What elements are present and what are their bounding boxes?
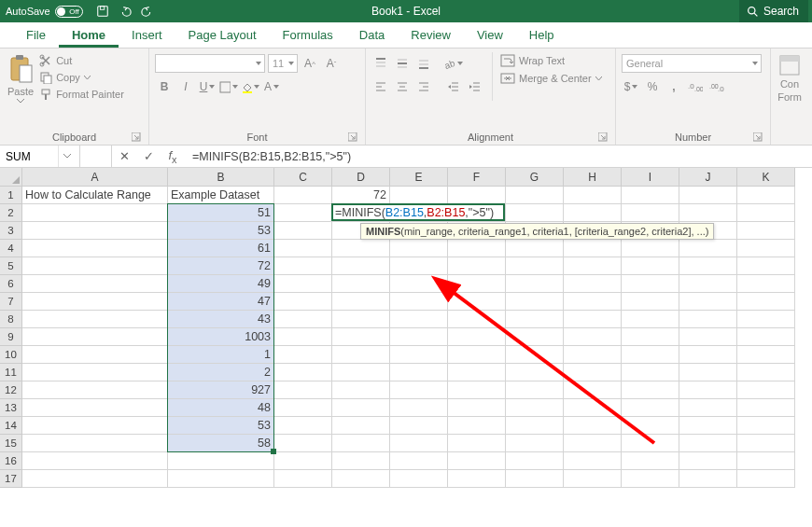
cell-I11[interactable] — [622, 364, 679, 381]
format-painter-button[interactable]: Format Painter — [39, 88, 124, 101]
cell-C10[interactable] — [274, 346, 332, 364]
cell-H4[interactable] — [564, 240, 622, 257]
cell-J11[interactable] — [679, 364, 737, 381]
tab-home[interactable]: Home — [59, 22, 119, 48]
cell-E7[interactable] — [390, 293, 448, 311]
cell-K17[interactable] — [737, 470, 795, 488]
column-header-F[interactable]: F — [448, 168, 506, 187]
cell-C5[interactable] — [274, 257, 332, 275]
merge-center-button[interactable]: Merge & Center — [500, 72, 602, 85]
cell-F8[interactable] — [448, 311, 506, 328]
cell-C17[interactable] — [274, 470, 332, 488]
tab-review[interactable]: Review — [398, 22, 464, 48]
cell-G12[interactable] — [506, 381, 564, 399]
cell-G17[interactable] — [506, 470, 564, 488]
borders-button[interactable] — [219, 77, 238, 96]
align-bottom-button[interactable] — [414, 54, 433, 73]
cell-J8[interactable] — [679, 311, 737, 328]
cell-E5[interactable] — [390, 257, 448, 275]
formula-bar-input[interactable]: =MINIFS(B2:B15,B2:B15,">5") — [185, 146, 812, 167]
cell-I17[interactable] — [622, 470, 679, 488]
tab-data[interactable]: Data — [346, 22, 398, 48]
cell-E14[interactable] — [390, 417, 448, 435]
cell-A14[interactable] — [22, 417, 168, 435]
cell-K12[interactable] — [737, 381, 795, 399]
cancel-button[interactable]: ✕ — [112, 149, 136, 163]
cell-D12[interactable] — [332, 381, 390, 399]
row-header-14[interactable]: 14 — [0, 417, 22, 435]
cell-B1[interactable]: Example Dataset — [168, 187, 274, 204]
copy-button[interactable]: Copy — [39, 71, 124, 84]
tab-view[interactable]: View — [464, 22, 516, 48]
column-header-D[interactable]: D — [332, 168, 390, 187]
tab-pagelayout[interactable]: Page Layout — [175, 22, 270, 48]
row-header-2[interactable]: 2 — [0, 204, 22, 222]
select-all-button[interactable] — [0, 168, 22, 187]
cell-H8[interactable] — [564, 311, 622, 328]
cell-K16[interactable] — [737, 452, 795, 470]
cell-K2[interactable] — [737, 204, 795, 222]
cell-C4[interactable] — [274, 240, 332, 257]
cell-H6[interactable] — [564, 275, 622, 293]
underline-button[interactable]: U — [198, 77, 217, 96]
column-header-B[interactable]: B — [168, 168, 274, 187]
cell-A11[interactable] — [22, 364, 168, 381]
cell-J12[interactable] — [679, 381, 737, 399]
cell-F11[interactable] — [448, 364, 506, 381]
cell-E6[interactable] — [390, 275, 448, 293]
cell-C6[interactable] — [274, 275, 332, 293]
cell-H7[interactable] — [564, 293, 622, 311]
cell-I2[interactable] — [622, 204, 679, 222]
cell-A12[interactable] — [22, 381, 168, 399]
save-icon[interactable] — [96, 5, 109, 18]
cell-F4[interactable] — [448, 240, 506, 257]
cell-D13[interactable] — [332, 399, 390, 417]
column-header-K[interactable]: K — [737, 168, 795, 187]
cell-A7[interactable] — [22, 293, 168, 311]
cell-B16[interactable] — [168, 452, 274, 470]
cell-C13[interactable] — [274, 399, 332, 417]
cell-C14[interactable] — [274, 417, 332, 435]
increase-font-button[interactable]: A^ — [301, 54, 319, 73]
cell-I4[interactable] — [622, 240, 679, 257]
fx-button[interactable]: fx — [161, 148, 185, 165]
font-name-combo[interactable] — [155, 54, 265, 73]
column-header-A[interactable]: A — [22, 168, 168, 187]
row-header-10[interactable]: 10 — [0, 346, 22, 364]
cell-G15[interactable] — [506, 435, 564, 452]
tab-file[interactable]: File — [13, 22, 59, 48]
cell-D6[interactable] — [332, 275, 390, 293]
cell-H17[interactable] — [564, 470, 622, 488]
tab-insert[interactable]: Insert — [119, 22, 175, 48]
cell-H16[interactable] — [564, 452, 622, 470]
cell-A3[interactable] — [22, 222, 168, 240]
cell-A8[interactable] — [22, 311, 168, 328]
cell-G16[interactable] — [506, 452, 564, 470]
cell-J4[interactable] — [679, 240, 737, 257]
cell-J2[interactable] — [679, 204, 737, 222]
cell-B17[interactable] — [168, 470, 274, 488]
cell-K1[interactable] — [737, 187, 795, 204]
cell-G4[interactable] — [506, 240, 564, 257]
cell-G8[interactable] — [506, 311, 564, 328]
row-header-5[interactable]: 5 — [0, 257, 22, 275]
cell-K8[interactable] — [737, 311, 795, 328]
cell-D14[interactable] — [332, 417, 390, 435]
cell-A17[interactable] — [22, 470, 168, 488]
cell-J13[interactable] — [679, 399, 737, 417]
cell-B2[interactable]: 51 — [168, 204, 274, 222]
cell-B9[interactable]: 1003 — [168, 328, 274, 346]
cell-H14[interactable] — [564, 417, 622, 435]
cell-F10[interactable] — [448, 346, 506, 364]
increase-decimal-button[interactable]: .0.00 — [686, 77, 705, 96]
cell-G9[interactable] — [506, 328, 564, 346]
cell-A5[interactable] — [22, 257, 168, 275]
cell-D1[interactable]: 72 — [332, 187, 390, 204]
bold-button[interactable]: B — [155, 77, 174, 96]
row-header-17[interactable]: 17 — [0, 470, 22, 488]
row-header-6[interactable]: 6 — [0, 275, 22, 293]
cell-G10[interactable] — [506, 346, 564, 364]
cell-F16[interactable] — [448, 452, 506, 470]
currency-button[interactable]: $ — [622, 77, 640, 96]
cell-H12[interactable] — [564, 381, 622, 399]
